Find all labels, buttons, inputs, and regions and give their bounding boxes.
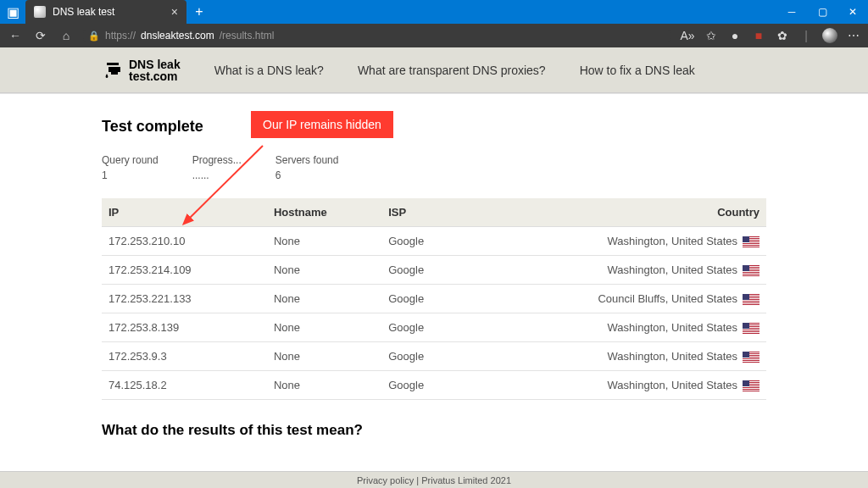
cell-country: Washington, United States [466, 256, 766, 285]
stat-progress-label: Progress... [192, 154, 242, 166]
site-logo[interactable]: DNS leaktest.com [102, 58, 181, 82]
cell-country: Washington, United States [466, 227, 766, 256]
results-subheading: What do the results of this test mean? [102, 422, 766, 439]
window-titlebar: ▣ DNS leak test × + ─ ▢ ✕ [0, 0, 868, 24]
cell-ip: 172.253.9.3 [102, 342, 267, 371]
main-content: Test complete Our IP remains hidden Quer… [0, 93, 868, 488]
page-body: DNS leaktest.com What is a DNS leak? Wha… [0, 47, 868, 488]
table-row: 172.253.9.3NoneGoogleWashington, United … [102, 342, 766, 371]
extensions-icon[interactable]: ✿ [775, 28, 790, 43]
profile-avatar[interactable] [822, 28, 837, 43]
us-flag-icon [743, 294, 760, 305]
footer-text: | Privatus Limited 2021 [414, 475, 511, 485]
cell-hostname: None [267, 256, 381, 285]
cell-country: Council Bluffs, United States [466, 285, 766, 313]
new-tab-button[interactable]: + [186, 0, 212, 24]
url-host: dnsleaktest.com [141, 30, 214, 42]
site-footer: Privacy policy | Privatus Limited 2021 [0, 471, 868, 488]
browser-toolbar: ← ⟳ ⌂ 🔒 https://dnsleaktest.com/results.… [0, 24, 868, 47]
stat-progress-value: ...... [192, 169, 242, 181]
more-menu-icon[interactable]: ⋯ [846, 28, 861, 43]
cell-hostname: None [267, 371, 381, 400]
cell-country: Washington, United States [466, 313, 766, 342]
us-flag-icon [743, 380, 760, 391]
toolbar-divider: | [798, 28, 814, 43]
cell-country: Washington, United States [466, 342, 766, 371]
extension-icon-1[interactable]: ● [727, 28, 743, 43]
us-flag-icon [743, 352, 760, 363]
cell-hostname: None [267, 313, 381, 342]
stat-servers-value: 6 [275, 169, 339, 181]
nav-what-is-leak[interactable]: What is a DNS leak? [214, 64, 324, 77]
window-close-button[interactable]: ✕ [837, 0, 868, 24]
window-minimize-button[interactable]: ─ [776, 0, 807, 24]
page-heading: Test complete [102, 118, 766, 136]
privacy-link[interactable]: Privacy policy [357, 475, 414, 485]
table-row: 172.253.210.10NoneGoogleWashington, Unit… [102, 227, 766, 256]
url-path: /results.html [220, 30, 275, 42]
stat-query-value: 1 [102, 169, 159, 181]
table-row: 74.125.18.2NoneGoogleWashington, United … [102, 371, 766, 400]
cell-isp: Google [381, 227, 465, 256]
stat-servers-label: Servers found [275, 154, 339, 166]
browser-tab[interactable]: DNS leak test × [25, 0, 186, 24]
cell-isp: Google [381, 256, 465, 285]
us-flag-icon [743, 265, 760, 276]
logo-text-2: test.com [129, 69, 178, 83]
stat-query-label: Query round [102, 154, 159, 166]
tab-actions-icon[interactable]: ▣ [0, 0, 25, 24]
cell-isp: Google [381, 313, 465, 342]
cell-hostname: None [267, 342, 381, 371]
refresh-button[interactable]: ⟳ [32, 27, 49, 44]
results-table: IP Hostname ISP Country 172.253.210.10No… [102, 198, 766, 400]
faucet-icon [102, 59, 124, 81]
table-row: 172.253.8.139NoneGoogleWashington, Unite… [102, 313, 766, 342]
lock-icon: 🔒 [88, 30, 100, 42]
tab-title: DNS leak test [53, 6, 114, 18]
close-tab-icon[interactable]: × [171, 5, 178, 19]
cell-isp: Google [381, 285, 465, 313]
table-row: 172.253.221.133NoneGoogleCouncil Bluffs,… [102, 285, 766, 313]
cell-ip: 172.253.210.10 [102, 227, 267, 256]
table-row: 172.253.214.109NoneGoogleWashington, Uni… [102, 256, 766, 285]
cell-ip: 172.253.214.109 [102, 256, 267, 285]
cell-ip: 172.253.8.139 [102, 313, 267, 342]
cell-hostname: None [267, 285, 381, 313]
favorite-icon[interactable]: ✩ [704, 28, 719, 43]
url-scheme: https:// [105, 30, 136, 42]
home-button[interactable]: ⌂ [58, 27, 75, 44]
col-isp: ISP [381, 198, 465, 227]
read-aloud-icon[interactable]: A» [680, 28, 695, 43]
extension-icon-2[interactable]: ■ [751, 28, 766, 43]
cell-ip: 74.125.18.2 [102, 371, 267, 400]
col-ip: IP [102, 198, 267, 227]
cell-isp: Google [381, 371, 465, 400]
nav-how-to-fix[interactable]: How to fix a DNS leak [580, 64, 695, 77]
us-flag-icon [743, 236, 760, 247]
window-maximize-button[interactable]: ▢ [807, 0, 837, 24]
cell-hostname: None [267, 227, 381, 256]
annotation-callout: Our IP remains hidden [251, 111, 393, 138]
site-header: DNS leaktest.com What is a DNS leak? Wha… [0, 47, 868, 93]
tab-favicon [34, 6, 46, 18]
cell-ip: 172.253.221.133 [102, 285, 267, 313]
us-flag-icon [743, 323, 760, 334]
address-bar[interactable]: 🔒 https://dnsleaktest.com/results.html [83, 30, 671, 42]
col-country: Country [466, 198, 766, 227]
test-stats: Query round1 Progress......... Servers f… [102, 154, 766, 181]
cell-country: Washington, United States [466, 371, 766, 400]
cell-isp: Google [381, 342, 465, 371]
back-button[interactable]: ← [7, 27, 24, 44]
nav-transparent-proxies[interactable]: What are transparent DNS proxies? [358, 64, 546, 77]
col-hostname: Hostname [267, 198, 381, 227]
